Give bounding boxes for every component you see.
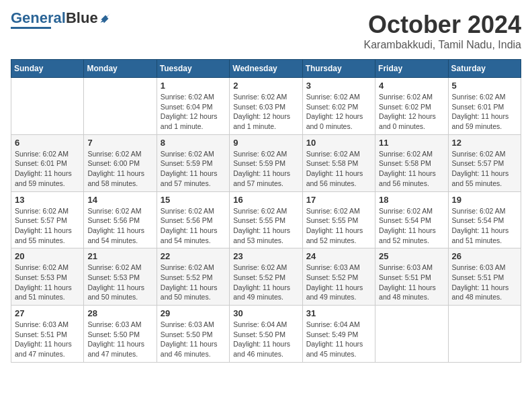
day-number: 10 [306,138,371,148]
day-info: Sunrise: 6:02 AM Sunset: 6:02 PM Dayligh… [306,92,371,132]
day-info: Sunrise: 6:02 AM Sunset: 5:56 PM Dayligh… [87,206,152,246]
calendar-cell: 23Sunrise: 6:02 AM Sunset: 5:52 PM Dayli… [230,248,302,306]
calendar-week-row: 20Sunrise: 6:02 AM Sunset: 5:53 PM Dayli… [11,248,521,306]
day-number: 8 [161,138,226,148]
day-number: 20 [15,251,80,261]
calendar-cell: 13Sunrise: 6:02 AM Sunset: 5:57 PM Dayli… [11,191,84,248]
day-info: Sunrise: 6:02 AM Sunset: 5:53 PM Dayligh… [15,263,80,302]
day-info: Sunrise: 6:02 AM Sunset: 5:54 PM Dayligh… [452,206,517,246]
day-number: 24 [306,251,371,261]
day-info: Sunrise: 6:03 AM Sunset: 5:52 PM Dayligh… [306,263,371,302]
day-number: 15 [161,195,226,205]
weekday-header: Thursday [302,60,375,78]
calendar-cell [11,78,84,135]
day-info: Sunrise: 6:02 AM Sunset: 6:01 PM Dayligh… [452,92,517,132]
day-number: 25 [379,251,444,261]
day-number: 28 [87,308,152,318]
calendar-week-row: 6Sunrise: 6:02 AM Sunset: 6:01 PM Daylig… [11,134,521,191]
calendar-cell: 27Sunrise: 6:03 AM Sunset: 5:51 PM Dayli… [11,306,84,363]
logo-part1: General [11,9,66,26]
calendar-cell: 14Sunrise: 6:02 AM Sunset: 5:56 PM Dayli… [84,191,157,248]
weekday-header: Monday [84,60,157,78]
day-info: Sunrise: 6:02 AM Sunset: 5:52 PM Dayligh… [233,263,298,302]
day-number: 2 [233,81,298,91]
day-info: Sunrise: 6:03 AM Sunset: 5:51 PM Dayligh… [452,263,517,302]
day-number: 6 [15,138,80,148]
day-number: 27 [15,308,80,318]
weekday-header: Sunday [11,60,84,78]
day-number: 14 [87,195,152,205]
day-info: Sunrise: 6:03 AM Sunset: 5:51 PM Dayligh… [379,263,444,302]
calendar-cell: 16Sunrise: 6:02 AM Sunset: 5:55 PM Dayli… [230,191,302,248]
weekday-header: Wednesday [230,60,302,78]
day-info: Sunrise: 6:02 AM Sunset: 6:01 PM Dayligh… [15,149,80,189]
day-info: Sunrise: 6:02 AM Sunset: 5:59 PM Dayligh… [161,149,226,189]
weekday-header: Saturday [448,60,521,78]
calendar-cell: 5Sunrise: 6:02 AM Sunset: 6:01 PM Daylig… [448,78,521,135]
day-number: 12 [452,138,517,148]
day-info: Sunrise: 6:02 AM Sunset: 5:53 PM Dayligh… [87,263,152,302]
calendar-cell: 17Sunrise: 6:02 AM Sunset: 5:55 PM Dayli… [302,191,375,248]
calendar-cell: 4Sunrise: 6:02 AM Sunset: 6:02 PM Daylig… [375,78,448,135]
calendar-table: SundayMondayTuesdayWednesdayThursdayFrid… [11,59,521,363]
calendar-cell: 22Sunrise: 6:02 AM Sunset: 5:52 PM Dayli… [157,248,229,306]
logo: GeneralBlue [11,11,112,29]
day-info: Sunrise: 6:02 AM Sunset: 5:58 PM Dayligh… [379,149,444,189]
day-info: Sunrise: 6:04 AM Sunset: 5:50 PM Dayligh… [233,320,298,359]
calendar-cell: 7Sunrise: 6:02 AM Sunset: 6:00 PM Daylig… [84,134,157,191]
day-number: 1 [161,81,226,91]
logo-part2: Blue [66,9,98,26]
day-info: Sunrise: 6:02 AM Sunset: 5:56 PM Dayligh… [161,206,226,246]
location: Karambakkudi, Tamil Nadu, India [364,39,522,51]
calendar-cell: 30Sunrise: 6:04 AM Sunset: 5:50 PM Dayli… [230,306,302,363]
day-number: 3 [306,81,371,91]
calendar-cell: 26Sunrise: 6:03 AM Sunset: 5:51 PM Dayli… [448,248,521,306]
day-number: 16 [233,195,298,205]
calendar-cell: 3Sunrise: 6:02 AM Sunset: 6:02 PM Daylig… [302,78,375,135]
logo-underline [11,27,51,29]
day-number: 30 [233,308,298,318]
calendar-cell: 24Sunrise: 6:03 AM Sunset: 5:52 PM Dayli… [302,248,375,306]
day-number: 26 [452,251,517,261]
day-info: Sunrise: 6:03 AM Sunset: 5:50 PM Dayligh… [161,320,226,359]
calendar-cell: 12Sunrise: 6:02 AM Sunset: 5:57 PM Dayli… [448,134,521,191]
day-info: Sunrise: 6:02 AM Sunset: 5:55 PM Dayligh… [233,206,298,246]
day-info: Sunrise: 6:02 AM Sunset: 5:58 PM Dayligh… [306,149,371,189]
day-number: 11 [379,138,444,148]
day-info: Sunrise: 6:02 AM Sunset: 6:00 PM Dayligh… [87,149,152,189]
calendar-cell: 11Sunrise: 6:02 AM Sunset: 5:58 PM Dayli… [375,134,448,191]
day-number: 17 [306,195,371,205]
calendar-cell: 8Sunrise: 6:02 AM Sunset: 5:59 PM Daylig… [157,134,229,191]
month-title: October 2024 [364,11,522,39]
day-number: 29 [161,308,226,318]
calendar-cell [84,78,157,135]
day-info: Sunrise: 6:02 AM Sunset: 5:54 PM Dayligh… [379,206,444,246]
calendar-cell: 2Sunrise: 6:02 AM Sunset: 6:03 PM Daylig… [230,78,302,135]
day-number: 22 [161,251,226,261]
title-section: October 2024 Karambakkudi, Tamil Nadu, I… [364,11,522,51]
calendar-cell [448,306,521,363]
day-info: Sunrise: 6:03 AM Sunset: 5:51 PM Dayligh… [15,320,80,359]
day-number: 19 [452,195,517,205]
day-info: Sunrise: 6:02 AM Sunset: 5:57 PM Dayligh… [452,149,517,189]
day-info: Sunrise: 6:02 AM Sunset: 5:52 PM Dayligh… [161,263,226,302]
calendar-cell: 21Sunrise: 6:02 AM Sunset: 5:53 PM Dayli… [84,248,157,306]
day-info: Sunrise: 6:02 AM Sunset: 5:55 PM Dayligh… [306,206,371,246]
day-info: Sunrise: 6:02 AM Sunset: 5:57 PM Dayligh… [15,206,80,246]
logo-bird-icon [99,12,112,24]
calendar-cell: 29Sunrise: 6:03 AM Sunset: 5:50 PM Dayli… [157,306,229,363]
page-header: GeneralBlue October 2024 Karambakkudi, T… [11,11,521,51]
calendar-cell [375,306,448,363]
calendar-week-row: 27Sunrise: 6:03 AM Sunset: 5:51 PM Dayli… [11,306,521,363]
calendar-cell: 19Sunrise: 6:02 AM Sunset: 5:54 PM Dayli… [448,191,521,248]
weekday-header: Friday [375,60,448,78]
calendar-cell: 10Sunrise: 6:02 AM Sunset: 5:58 PM Dayli… [302,134,375,191]
day-info: Sunrise: 6:02 AM Sunset: 6:04 PM Dayligh… [161,92,226,132]
logo-text: GeneralBlue [11,11,98,26]
day-info: Sunrise: 6:02 AM Sunset: 5:59 PM Dayligh… [233,149,298,189]
day-info: Sunrise: 6:02 AM Sunset: 6:02 PM Dayligh… [379,92,444,132]
day-number: 21 [87,251,152,261]
day-number: 31 [306,308,371,318]
day-number: 5 [452,81,517,91]
calendar-cell: 25Sunrise: 6:03 AM Sunset: 5:51 PM Dayli… [375,248,448,306]
